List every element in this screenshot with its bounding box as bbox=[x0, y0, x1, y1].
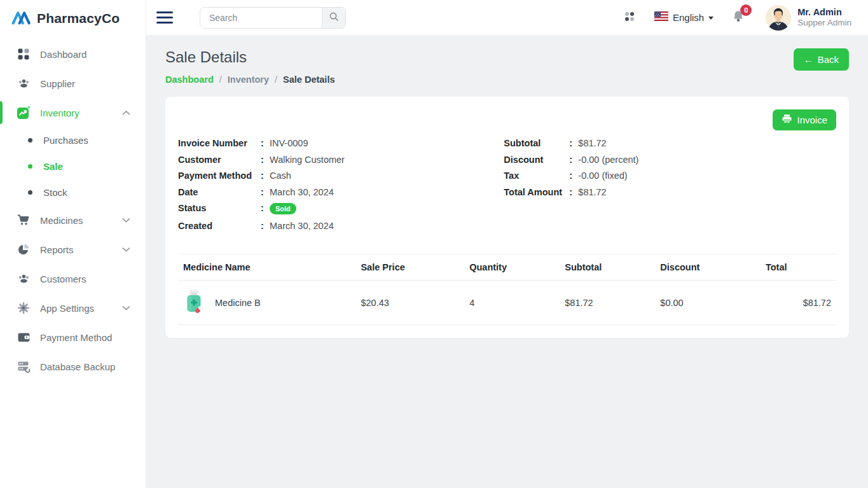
sidebar-item-reports[interactable]: Reports bbox=[0, 235, 146, 264]
chevron-down-icon bbox=[122, 214, 130, 226]
wallet-icon bbox=[17, 330, 31, 344]
pie-chart-icon bbox=[17, 242, 31, 256]
avatar bbox=[766, 5, 791, 31]
sidebar-item-inventory[interactable]: Inventory bbox=[0, 98, 146, 127]
sidebar-item-dashboard[interactable]: Dashboard bbox=[0, 39, 146, 69]
sidebar-item-medicines[interactable]: Medicines bbox=[0, 206, 146, 235]
breadcrumb: Dashboard / Inventory / Sale Details bbox=[165, 74, 335, 85]
sidebar-item-label: Dashboard bbox=[40, 49, 86, 60]
apps-grid-icon[interactable] bbox=[623, 10, 637, 26]
breadcrumb-inventory[interactable]: Inventory bbox=[228, 74, 269, 85]
sidebar-subitem-label: Sale bbox=[43, 161, 63, 172]
search-box bbox=[200, 7, 346, 29]
sidebar-item-label: Reports bbox=[40, 244, 74, 255]
sidebar-subitem-label: Stock bbox=[43, 187, 67, 198]
cell-quantity: 4 bbox=[464, 281, 560, 325]
sidebar-item-payment-method[interactable]: Payment Method bbox=[0, 323, 146, 352]
topbar-right: English 0 bbox=[623, 5, 851, 31]
col-sale-price: Sale Price bbox=[355, 254, 464, 281]
search-icon bbox=[329, 11, 339, 24]
dashboard-icon bbox=[17, 47, 31, 61]
chevron-up-icon bbox=[122, 107, 130, 118]
bell-icon bbox=[731, 15, 745, 25]
sidebar-subitem-label: Purchases bbox=[43, 135, 88, 146]
user-role: Supper Admin bbox=[797, 18, 851, 29]
col-subtotal: Subtotal bbox=[560, 254, 655, 281]
brand-logo-icon bbox=[11, 9, 31, 28]
brand-name: PharmacyCo bbox=[37, 11, 120, 26]
search-button[interactable] bbox=[322, 8, 345, 28]
col-medicine-name: Medicine Name bbox=[178, 254, 355, 281]
sale-details-card: Invoice Invoice Number : INV-0009 Custom… bbox=[165, 97, 849, 338]
sidebar-subitem-stock[interactable]: Stock bbox=[0, 179, 146, 206]
page-header: Sale Details Dashboard / Inventory / Sal… bbox=[165, 48, 849, 85]
menu-toggle-icon[interactable] bbox=[156, 11, 173, 24]
bullet-icon bbox=[28, 138, 32, 143]
detail-row-status: Status : Sold bbox=[178, 203, 504, 214]
sidebar: PharmacyCo Dashboard bbox=[0, 0, 146, 488]
sidebar-item-supplier[interactable]: Supplier bbox=[0, 69, 146, 98]
sidebar-subitem-purchases[interactable]: Purchases bbox=[0, 127, 146, 153]
bullet-icon bbox=[28, 164, 32, 169]
database-backup-icon bbox=[17, 359, 31, 373]
cell-discount: $0.00 bbox=[655, 281, 761, 325]
notifications-button[interactable]: 0 bbox=[731, 10, 745, 26]
invoice-button-label: Invoice bbox=[797, 115, 827, 125]
col-total: Total bbox=[761, 254, 836, 281]
notification-count-badge: 0 bbox=[740, 4, 752, 16]
sidebar-item-label: Customers bbox=[40, 274, 86, 284]
sidebar-item-database-backup[interactable]: Database Backup bbox=[0, 352, 146, 381]
sidebar-subitem-sale[interactable]: Sale bbox=[0, 153, 146, 179]
cell-sale-price: $20.43 bbox=[355, 281, 464, 325]
invoice-button[interactable]: Invoice bbox=[773, 109, 836, 130]
user-name: Mr. Admin bbox=[797, 6, 851, 18]
user-menu[interactable]: Mr. Admin Supper Admin bbox=[766, 5, 851, 31]
invoice-details-left: Invoice Number : INV-0009 Customer : Wal… bbox=[178, 138, 504, 237]
detail-row-invoice-number: Invoice Number : INV-0009 bbox=[178, 138, 504, 148]
back-arrow-icon: ← bbox=[804, 54, 813, 65]
printer-icon bbox=[782, 114, 792, 126]
us-flag-icon bbox=[654, 11, 668, 24]
status-badge: Sold bbox=[270, 203, 296, 214]
bullet-icon bbox=[28, 190, 32, 195]
sidebar-nav: Dashboard Supplier bbox=[0, 34, 146, 381]
chevron-down-icon bbox=[122, 244, 130, 255]
breadcrumb-current: Sale Details bbox=[283, 74, 334, 85]
detail-row-discount: Discount : -0.00 (percent) bbox=[504, 155, 638, 165]
medicine-name: Medicine B bbox=[215, 298, 261, 308]
sidebar-item-label: Supplier bbox=[40, 78, 75, 89]
page-title: Sale Details bbox=[165, 48, 335, 66]
main-area: English 0 bbox=[146, 0, 868, 488]
col-discount: Discount bbox=[655, 254, 761, 281]
back-button-label: Back bbox=[818, 54, 839, 65]
cell-subtotal: $81.72 bbox=[560, 281, 655, 325]
detail-row-tax: Tax : -0.00 (fixed) bbox=[504, 171, 638, 181]
detail-row-created: Created : March 30, 2024 bbox=[178, 221, 504, 231]
breadcrumb-dashboard[interactable]: Dashboard bbox=[165, 74, 214, 85]
detail-row-customer: Customer : Walking Customer bbox=[178, 155, 504, 165]
app-root: PharmacyCo Dashboard bbox=[0, 0, 868, 488]
sidebar-item-label: Payment Method bbox=[40, 332, 112, 343]
cell-total: $81.72 bbox=[761, 281, 836, 325]
inventory-icon bbox=[17, 106, 31, 120]
medicine-bottle-icon bbox=[183, 288, 205, 317]
sidebar-item-app-settings[interactable]: App Settings bbox=[0, 293, 146, 323]
invoice-details-right: Subtotal : $81.72 Discount : -0.00 (perc… bbox=[504, 138, 638, 237]
sidebar-item-label: Medicines bbox=[40, 215, 83, 226]
invoice-details: Invoice Number : INV-0009 Customer : Wal… bbox=[178, 138, 836, 237]
table-row: Medicine B $20.43 4 $81.72 $0.00 $81.72 bbox=[178, 281, 836, 325]
cart-icon bbox=[17, 213, 31, 227]
sidebar-item-customers[interactable]: Customers bbox=[0, 264, 146, 293]
users-icon bbox=[17, 76, 31, 90]
chevron-down-icon bbox=[122, 302, 130, 314]
detail-row-total-amount: Total Amount : $81.72 bbox=[504, 187, 638, 197]
users-icon bbox=[17, 272, 31, 286]
detail-row-payment-method: Payment Method : Cash bbox=[178, 171, 504, 181]
detail-row-subtotal: Subtotal : $81.72 bbox=[504, 138, 638, 148]
brand[interactable]: PharmacyCo bbox=[0, 0, 146, 34]
sidebar-item-label: Database Backup bbox=[40, 361, 115, 372]
language-selector[interactable]: English bbox=[654, 11, 713, 24]
topbar: English 0 bbox=[146, 0, 868, 36]
breadcrumb-separator: / bbox=[275, 74, 277, 85]
back-button[interactable]: ← Back bbox=[794, 48, 849, 71]
